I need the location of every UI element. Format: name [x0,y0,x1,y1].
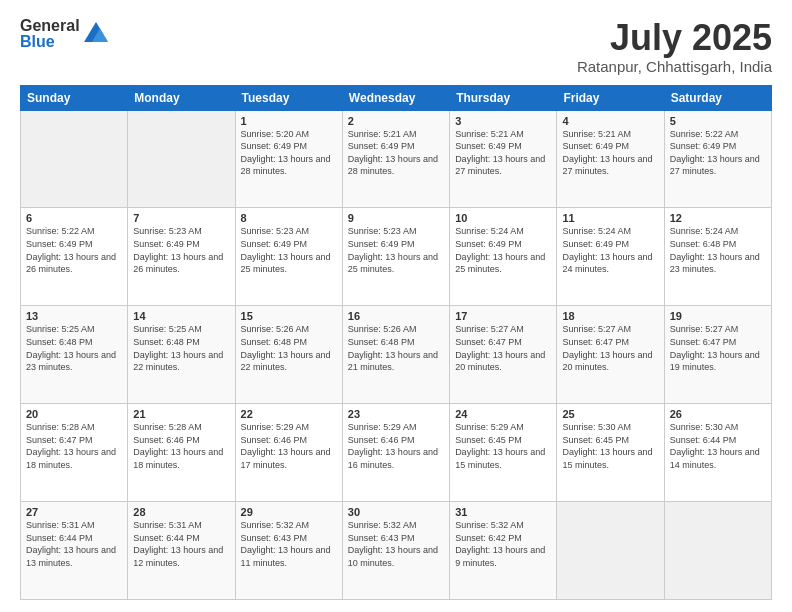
day-number: 30 [348,506,444,518]
day-number: 18 [562,310,658,322]
calendar-cell [128,110,235,208]
day-info: Sunrise: 5:24 AMSunset: 6:49 PMDaylight:… [455,225,551,275]
calendar-cell: 22Sunrise: 5:29 AMSunset: 6:46 PMDayligh… [235,404,342,502]
day-number: 31 [455,506,551,518]
day-info: Sunrise: 5:26 AMSunset: 6:48 PMDaylight:… [241,323,337,373]
page: General Blue July 2025 Ratanpur, Chhatti… [0,0,792,612]
calendar-body: 1Sunrise: 5:20 AMSunset: 6:49 PMDaylight… [21,110,772,599]
day-number: 12 [670,212,766,224]
calendar-cell: 23Sunrise: 5:29 AMSunset: 6:46 PMDayligh… [342,404,449,502]
day-number: 15 [241,310,337,322]
month-title: July 2025 [577,18,772,58]
day-info: Sunrise: 5:26 AMSunset: 6:48 PMDaylight:… [348,323,444,373]
day-number: 10 [455,212,551,224]
day-info: Sunrise: 5:29 AMSunset: 6:45 PMDaylight:… [455,421,551,471]
day-info: Sunrise: 5:23 AMSunset: 6:49 PMDaylight:… [133,225,229,275]
day-info: Sunrise: 5:29 AMSunset: 6:46 PMDaylight:… [348,421,444,471]
calendar-cell: 20Sunrise: 5:28 AMSunset: 6:47 PMDayligh… [21,404,128,502]
week-row-2: 13Sunrise: 5:25 AMSunset: 6:48 PMDayligh… [21,306,772,404]
calendar-cell: 28Sunrise: 5:31 AMSunset: 6:44 PMDayligh… [128,502,235,600]
calendar-cell: 15Sunrise: 5:26 AMSunset: 6:48 PMDayligh… [235,306,342,404]
week-row-3: 20Sunrise: 5:28 AMSunset: 6:47 PMDayligh… [21,404,772,502]
calendar-cell: 19Sunrise: 5:27 AMSunset: 6:47 PMDayligh… [664,306,771,404]
calendar-cell: 1Sunrise: 5:20 AMSunset: 6:49 PMDaylight… [235,110,342,208]
day-info: Sunrise: 5:30 AMSunset: 6:45 PMDaylight:… [562,421,658,471]
location: Ratanpur, Chhattisgarh, India [577,58,772,75]
day-number: 5 [670,115,766,127]
title-area: July 2025 Ratanpur, Chhattisgarh, India [577,18,772,75]
logo: General Blue [20,18,110,50]
day-number: 7 [133,212,229,224]
calendar-cell: 29Sunrise: 5:32 AMSunset: 6:43 PMDayligh… [235,502,342,600]
calendar-cell: 7Sunrise: 5:23 AMSunset: 6:49 PMDaylight… [128,208,235,306]
day-number: 23 [348,408,444,420]
calendar-cell: 16Sunrise: 5:26 AMSunset: 6:48 PMDayligh… [342,306,449,404]
col-saturday: Saturday [664,85,771,110]
calendar-cell: 18Sunrise: 5:27 AMSunset: 6:47 PMDayligh… [557,306,664,404]
day-number: 2 [348,115,444,127]
day-number: 27 [26,506,122,518]
day-info: Sunrise: 5:22 AMSunset: 6:49 PMDaylight:… [670,128,766,178]
logo-text: General Blue [20,18,80,50]
calendar-cell [664,502,771,600]
calendar-cell: 30Sunrise: 5:32 AMSunset: 6:43 PMDayligh… [342,502,449,600]
calendar-cell: 2Sunrise: 5:21 AMSunset: 6:49 PMDaylight… [342,110,449,208]
header: General Blue July 2025 Ratanpur, Chhatti… [20,18,772,75]
day-info: Sunrise: 5:23 AMSunset: 6:49 PMDaylight:… [241,225,337,275]
calendar-cell: 13Sunrise: 5:25 AMSunset: 6:48 PMDayligh… [21,306,128,404]
day-number: 4 [562,115,658,127]
logo-blue: Blue [20,34,80,50]
calendar-cell: 26Sunrise: 5:30 AMSunset: 6:44 PMDayligh… [664,404,771,502]
calendar-cell: 14Sunrise: 5:25 AMSunset: 6:48 PMDayligh… [128,306,235,404]
day-info: Sunrise: 5:27 AMSunset: 6:47 PMDaylight:… [670,323,766,373]
day-number: 17 [455,310,551,322]
day-number: 26 [670,408,766,420]
calendar-cell: 24Sunrise: 5:29 AMSunset: 6:45 PMDayligh… [450,404,557,502]
calendar-cell: 10Sunrise: 5:24 AMSunset: 6:49 PMDayligh… [450,208,557,306]
day-info: Sunrise: 5:25 AMSunset: 6:48 PMDaylight:… [133,323,229,373]
day-info: Sunrise: 5:32 AMSunset: 6:42 PMDaylight:… [455,519,551,569]
day-number: 11 [562,212,658,224]
calendar-cell: 5Sunrise: 5:22 AMSunset: 6:49 PMDaylight… [664,110,771,208]
day-number: 25 [562,408,658,420]
day-number: 22 [241,408,337,420]
day-info: Sunrise: 5:30 AMSunset: 6:44 PMDaylight:… [670,421,766,471]
day-number: 21 [133,408,229,420]
calendar-table: Sunday Monday Tuesday Wednesday Thursday… [20,85,772,600]
calendar-cell: 11Sunrise: 5:24 AMSunset: 6:49 PMDayligh… [557,208,664,306]
calendar-cell [21,110,128,208]
day-number: 14 [133,310,229,322]
calendar-cell: 27Sunrise: 5:31 AMSunset: 6:44 PMDayligh… [21,502,128,600]
day-number: 13 [26,310,122,322]
calendar-cell: 6Sunrise: 5:22 AMSunset: 6:49 PMDaylight… [21,208,128,306]
header-row: Sunday Monday Tuesday Wednesday Thursday… [21,85,772,110]
day-info: Sunrise: 5:32 AMSunset: 6:43 PMDaylight:… [348,519,444,569]
week-row-4: 27Sunrise: 5:31 AMSunset: 6:44 PMDayligh… [21,502,772,600]
day-number: 19 [670,310,766,322]
day-info: Sunrise: 5:25 AMSunset: 6:48 PMDaylight:… [26,323,122,373]
day-info: Sunrise: 5:21 AMSunset: 6:49 PMDaylight:… [348,128,444,178]
day-info: Sunrise: 5:21 AMSunset: 6:49 PMDaylight:… [455,128,551,178]
day-number: 29 [241,506,337,518]
calendar-cell: 3Sunrise: 5:21 AMSunset: 6:49 PMDaylight… [450,110,557,208]
day-number: 9 [348,212,444,224]
day-info: Sunrise: 5:24 AMSunset: 6:48 PMDaylight:… [670,225,766,275]
day-info: Sunrise: 5:31 AMSunset: 6:44 PMDaylight:… [133,519,229,569]
day-number: 16 [348,310,444,322]
logo-icon [82,20,110,48]
calendar-cell: 8Sunrise: 5:23 AMSunset: 6:49 PMDaylight… [235,208,342,306]
calendar-cell: 12Sunrise: 5:24 AMSunset: 6:48 PMDayligh… [664,208,771,306]
calendar-header: Sunday Monday Tuesday Wednesday Thursday… [21,85,772,110]
day-info: Sunrise: 5:32 AMSunset: 6:43 PMDaylight:… [241,519,337,569]
day-number: 3 [455,115,551,127]
logo-general: General [20,18,80,34]
day-number: 8 [241,212,337,224]
calendar-cell: 31Sunrise: 5:32 AMSunset: 6:42 PMDayligh… [450,502,557,600]
day-number: 1 [241,115,337,127]
calendar-cell: 21Sunrise: 5:28 AMSunset: 6:46 PMDayligh… [128,404,235,502]
day-info: Sunrise: 5:28 AMSunset: 6:47 PMDaylight:… [26,421,122,471]
day-number: 20 [26,408,122,420]
calendar-cell: 25Sunrise: 5:30 AMSunset: 6:45 PMDayligh… [557,404,664,502]
day-info: Sunrise: 5:27 AMSunset: 6:47 PMDaylight:… [455,323,551,373]
day-number: 6 [26,212,122,224]
